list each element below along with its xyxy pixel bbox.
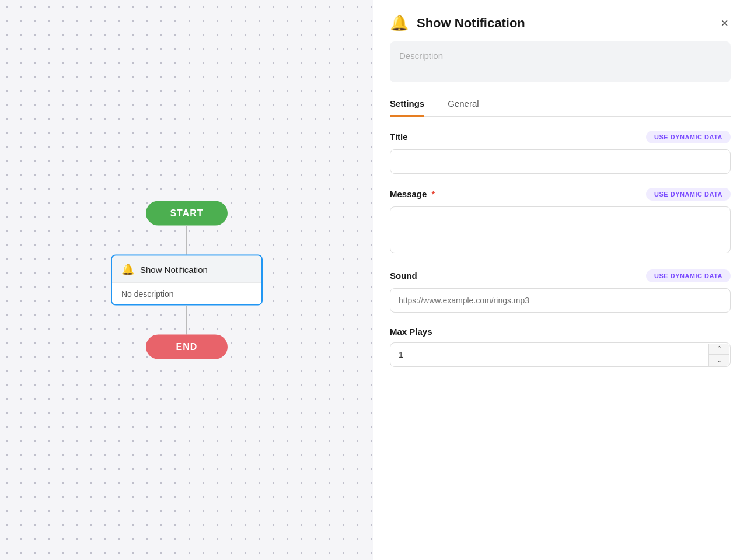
canvas: START 🔔 Show Notification No description… <box>0 0 374 560</box>
panel-bell-icon: 🔔 <box>390 14 409 32</box>
message-field-header: Message * USE DYNAMIC DATA <box>390 188 731 201</box>
action-bell-icon: 🔔 <box>121 263 134 276</box>
sound-field-header: Sound USE DYNAMIC DATA <box>390 270 731 282</box>
message-field-label: Message * <box>390 189 435 199</box>
end-label: END <box>176 342 198 352</box>
spinner-up-button[interactable]: ⌃ <box>709 344 729 355</box>
right-panel: 🔔 Show Notification × Description Settin… <box>374 0 747 560</box>
max-plays-spinner: ⌃ ⌄ <box>390 342 731 367</box>
connector-2 <box>186 306 187 335</box>
tabs-container: Settings General <box>390 92 731 117</box>
panel-content: Title USE DYNAMIC DATA Message * USE DYN… <box>374 117 747 561</box>
max-plays-field-group: Max Plays ⌃ ⌄ <box>390 327 731 367</box>
end-node[interactable]: END <box>146 335 228 359</box>
spinner-down-button[interactable]: ⌄ <box>709 355 729 366</box>
action-node-title: Show Notification <box>140 264 208 274</box>
message-textarea[interactable] <box>390 206 731 253</box>
close-button[interactable]: × <box>718 15 731 32</box>
title-field-header: Title USE DYNAMIC DATA <box>390 131 731 144</box>
sound-field-label: Sound <box>390 271 417 281</box>
message-dynamic-data-button[interactable]: USE DYNAMIC DATA <box>646 188 731 201</box>
title-field-group: Title USE DYNAMIC DATA <box>390 131 731 174</box>
flow-container: START 🔔 Show Notification No description… <box>111 201 263 359</box>
start-label: START <box>170 208 203 218</box>
action-node-header: 🔔 Show Notification <box>112 256 261 284</box>
panel-header-left: 🔔 Show Notification <box>390 14 525 32</box>
max-plays-input[interactable] <box>390 342 731 367</box>
title-dynamic-data-button[interactable]: USE DYNAMIC DATA <box>646 131 731 144</box>
max-plays-field-header: Max Plays <box>390 327 731 337</box>
message-field-group: Message * USE DYNAMIC DATA <box>390 188 731 256</box>
description-placeholder: Description <box>399 51 443 61</box>
description-box[interactable]: Description <box>390 41 731 82</box>
max-plays-field-label: Max Plays <box>390 327 432 337</box>
tab-general[interactable]: General <box>448 92 479 117</box>
panel-title: Show Notification <box>417 16 525 31</box>
action-node[interactable]: 🔔 Show Notification No description <box>111 255 263 306</box>
panel-header: 🔔 Show Notification × <box>374 0 747 41</box>
sound-input[interactable] <box>390 288 731 313</box>
spinner-buttons: ⌃ ⌄ <box>708 344 729 366</box>
start-node[interactable]: START <box>146 201 228 226</box>
title-input[interactable] <box>390 149 731 174</box>
title-field-label: Title <box>390 132 408 142</box>
message-required-indicator: * <box>429 189 435 199</box>
sound-dynamic-data-button[interactable]: USE DYNAMIC DATA <box>646 270 731 282</box>
action-node-desc: No description <box>112 284 261 304</box>
sound-field-group: Sound USE DYNAMIC DATA <box>390 270 731 313</box>
tab-settings[interactable]: Settings <box>390 92 424 117</box>
connector-1 <box>186 226 187 255</box>
